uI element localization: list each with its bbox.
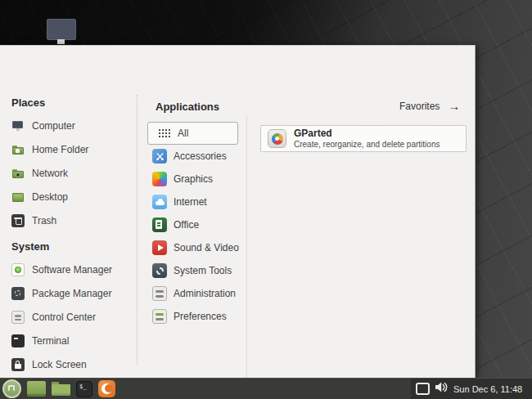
office-icon — [152, 217, 167, 232]
category-sound-video[interactable]: Sound & Video — [152, 240, 244, 255]
menu-button[interactable] — [2, 379, 21, 398]
all-grid-icon — [159, 129, 170, 137]
sidebar-item-label: Home Folder — [32, 144, 88, 155]
desktop-computer-icon[interactable] — [46, 5, 77, 43]
category-graphics[interactable]: Graphics — [152, 172, 244, 186]
terminal-icon — [11, 334, 25, 347]
lock-screen-icon — [11, 358, 25, 371]
show-desktop-button[interactable] — [27, 381, 46, 397]
sidebar-item-network[interactable]: Network — [11, 166, 134, 181]
category-accessories[interactable]: Accessories — [152, 149, 244, 164]
internet-icon — [152, 195, 167, 209]
category-label: System Tools — [174, 265, 232, 276]
sidebar-item-label: Control Center — [32, 312, 96, 323]
control-center-icon — [11, 311, 25, 324]
sidebar-item-label: Terminal — [32, 335, 69, 347]
favorites-button[interactable]: Favorites → — [399, 101, 460, 112]
display-tray-icon[interactable] — [416, 383, 430, 395]
clock[interactable]: Sun Dec 6, 11:48 — [453, 384, 522, 394]
sidebar-item-computer[interactable]: Computer — [11, 119, 134, 133]
sidebar-item-trash[interactable]: Trash — [11, 213, 134, 228]
category-preferences[interactable]: Preferences — [152, 309, 244, 324]
computer-icon — [11, 119, 25, 132]
arrow-right-icon: → — [448, 101, 460, 111]
category-office[interactable]: Office — [152, 217, 244, 232]
desktop-folder-icon — [11, 191, 25, 204]
category-administration[interactable]: Administration — [152, 286, 244, 301]
category-all-button[interactable]: All — [147, 122, 238, 145]
firefox-launcher[interactable] — [98, 380, 115, 397]
system-tools-icon — [152, 263, 167, 278]
favorites-label: Favorites — [399, 101, 440, 112]
home-folder-icon — [11, 143, 25, 156]
administration-icon — [152, 286, 167, 301]
desktop: Places Computer Home Folder Network Desk… — [0, 0, 532, 399]
sidebar-item-label: Network — [32, 168, 68, 179]
category-label: All — [178, 128, 188, 139]
sidebar-item-label: Trash — [32, 215, 56, 226]
applications-heading: Applications — [156, 101, 219, 113]
trash-icon — [11, 214, 25, 227]
terminal-glyph: $_ — [79, 383, 86, 390]
sidebar-item-home-folder[interactable]: Home Folder — [11, 142, 134, 157]
category-label: Accessories — [174, 150, 227, 162]
category-internet[interactable]: Internet — [152, 195, 244, 209]
sound-video-icon — [152, 240, 167, 255]
result-title: GParted — [294, 128, 440, 140]
category-label: Graphics — [174, 173, 213, 185]
mint-menu-popup: Places Computer Home Folder Network Desk… — [0, 45, 476, 379]
category-label: Sound & Video — [174, 242, 239, 253]
terminal-launcher[interactable]: $_ — [76, 381, 92, 397]
monitor-stand — [57, 39, 65, 44]
sidebar-item-label: Computer — [32, 120, 75, 132]
volume-icon[interactable] — [435, 381, 449, 397]
sidebar-item-label: Software Manager — [32, 264, 112, 276]
category-label: Internet — [174, 196, 207, 208]
category-label: Preferences — [174, 311, 227, 322]
column-separator — [137, 95, 138, 365]
software-manager-icon — [11, 263, 25, 276]
sidebar-item-lock-screen[interactable]: Lock Screen — [11, 357, 134, 372]
sidebar-item-label: Package Manager — [32, 288, 111, 299]
system-tray: Sun Dec 6, 11:48 — [411, 379, 532, 399]
file-manager-launcher[interactable] — [52, 382, 70, 396]
sidebar-item-terminal[interactable]: Terminal — [11, 334, 134, 348]
sidebar-item-software-manager[interactable]: Software Manager — [11, 262, 134, 277]
accessories-icon — [152, 149, 167, 164]
category-system-tools[interactable]: System Tools — [152, 263, 244, 278]
package-manager-icon — [11, 287, 25, 300]
network-folder-icon — [11, 167, 25, 180]
system-heading: System — [11, 240, 49, 253]
sidebar-item-label: Desktop — [32, 191, 68, 203]
sidebar-item-label: Lock Screen — [32, 359, 87, 370]
category-label: Administration — [174, 288, 236, 299]
gparted-icon — [268, 129, 286, 148]
bottom-panel: $_ Sun Dec 6, 11:48 — [0, 378, 532, 399]
graphics-icon — [152, 172, 167, 186]
monitor-icon — [47, 19, 76, 40]
results-separator — [246, 115, 247, 393]
preferences-icon — [152, 309, 167, 324]
category-label: Office — [174, 219, 199, 231]
places-heading: Places — [11, 96, 45, 109]
result-description: Create, reorganize, and delete partition… — [294, 140, 440, 150]
sidebar-item-package-manager[interactable]: Package Manager — [11, 286, 134, 301]
sidebar-item-control-center[interactable]: Control Center — [11, 310, 134, 325]
sidebar-item-desktop[interactable]: Desktop — [11, 190, 134, 204]
search-result-gparted[interactable]: GParted Create, reorganize, and delete p… — [260, 125, 467, 152]
